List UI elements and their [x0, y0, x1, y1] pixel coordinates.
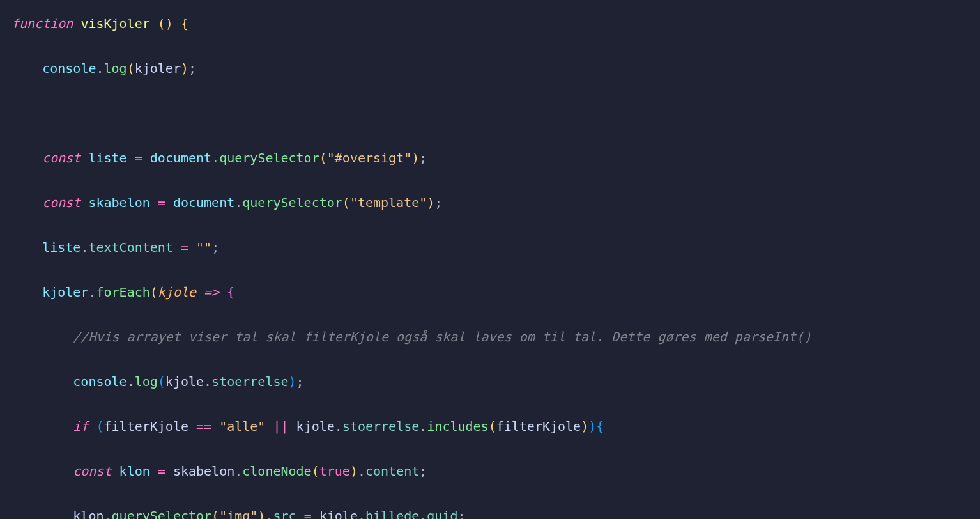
code-line: console.log(kjole.stoerrelse); — [11, 371, 969, 393]
property: guid — [427, 508, 457, 519]
method-call: includes — [427, 419, 488, 434]
code-line: const skabelon = document.querySelector(… — [11, 192, 969, 214]
comment: //Hvis arrayet viser tal skal filterKjol… — [73, 329, 811, 345]
operator: = — [181, 240, 188, 255]
operator: = — [158, 195, 165, 210]
keyword-const: const — [73, 463, 111, 479]
method-call: log — [135, 374, 158, 389]
parameter: kjole — [158, 284, 196, 300]
code-editor[interactable]: function visKjoler () { console.log(kjol… — [0, 0, 980, 519]
property: stoerrelse — [211, 374, 288, 389]
operator: = — [304, 508, 312, 519]
identifier: filterKjole — [104, 419, 188, 434]
identifier: klon — [119, 463, 150, 479]
paren: ( — [158, 16, 165, 31]
identifier: console — [73, 374, 126, 389]
identifier: console — [42, 61, 96, 76]
argument: kjoler — [135, 61, 181, 76]
method-call: forEach — [96, 284, 149, 300]
identifier: kjole — [296, 419, 335, 434]
operator: = — [158, 463, 165, 479]
function-name: visKjoler — [80, 16, 149, 31]
identifier: filterKjole — [496, 419, 581, 434]
method-call: log — [104, 61, 127, 76]
method-call: querySelector — [242, 195, 342, 210]
identifier: liste — [42, 240, 80, 255]
code-line: liste.textContent = ""; — [11, 236, 969, 259]
identifier: kjole — [319, 508, 358, 519]
arrow: => — [204, 284, 219, 300]
code-line: //Hvis arrayet viser tal skal filterKjol… — [11, 326, 969, 348]
code-line: kjoler.forEach(kjole => { — [11, 281, 969, 304]
property: src — [273, 508, 296, 519]
identifier: kjole — [165, 374, 204, 389]
property: content — [365, 463, 419, 479]
property: stoerrelse — [342, 419, 419, 434]
identifier: document — [150, 150, 211, 166]
operator: == — [196, 419, 211, 434]
operator: = — [135, 150, 142, 166]
code-line: if (filterKjole == "alle" || kjole.stoer… — [11, 415, 969, 438]
method-call: querySelector — [112, 508, 212, 519]
paren: ) — [165, 16, 173, 31]
keyword-const: const — [42, 150, 80, 166]
identifier: skabelon — [173, 463, 234, 479]
string-literal: "img" — [219, 508, 257, 519]
brace: { — [181, 16, 188, 31]
method-call: cloneNode — [242, 463, 311, 479]
code-line: console.log(kjoler); — [11, 58, 969, 80]
identifier: kjoler — [42, 284, 88, 300]
keyword-const: const — [42, 195, 80, 210]
identifier: klon — [73, 508, 103, 519]
operator: || — [273, 419, 288, 434]
property: textContent — [88, 240, 172, 255]
string-literal: "" — [196, 240, 211, 255]
code-line — [11, 102, 969, 125]
property: billede — [365, 508, 419, 519]
code-line: const liste = document.querySelector("#o… — [11, 147, 969, 169]
method-call: querySelector — [219, 150, 319, 166]
code-line: klon.querySelector("img").src = kjole.bi… — [11, 505, 969, 519]
string-literal: "alle" — [219, 419, 265, 434]
code-line: function visKjoler () { — [11, 13, 969, 35]
brace: { — [596, 419, 604, 434]
brace: { — [227, 284, 234, 300]
code-line: const klon = skabelon.cloneNode(true).co… — [11, 460, 969, 483]
identifier: skabelon — [88, 195, 149, 210]
string-literal: "#oversigt" — [327, 150, 411, 166]
keyword-function: function — [11, 16, 73, 31]
identifier: liste — [88, 150, 126, 166]
keyword-if: if — [73, 419, 88, 434]
boolean-literal: true — [319, 463, 350, 479]
identifier: document — [173, 195, 234, 210]
string-literal: "template" — [350, 195, 427, 210]
